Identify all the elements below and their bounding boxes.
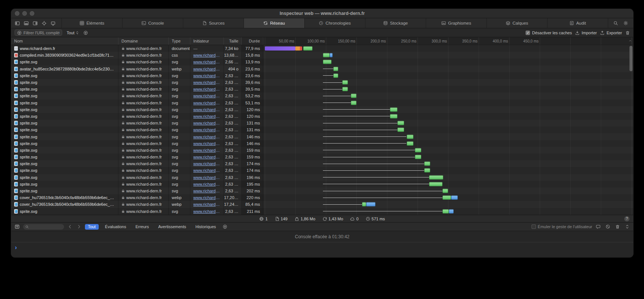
initiator-link[interactable]: www.richard-d…: [193, 135, 221, 139]
export-button[interactable]: Exporter: [600, 31, 622, 35]
trash-console-button[interactable]: [615, 224, 620, 229]
zoom-button[interactable]: [30, 11, 34, 16]
table-row[interactable]: sprite.svgwww.richard-dern.frsvgwww.rich…: [11, 154, 633, 160]
tab-audit[interactable]: Audit: [547, 18, 608, 28]
disable-caches-checkbox[interactable]: Désactiver les caches: [526, 31, 572, 35]
initiator-link[interactable]: www.richard-d…: [193, 87, 221, 91]
console-panel-button[interactable]: [596, 224, 600, 229]
pane-bottom-icon[interactable]: [24, 21, 29, 26]
tab-graphismes[interactable]: Graphismes: [426, 18, 486, 28]
initiator-link[interactable]: www.richard-d…: [193, 209, 221, 214]
table-row[interactable]: www.richard-dern.frwww.richard-dern.frdo…: [11, 45, 633, 52]
initiator-link[interactable]: www.richard-d…: [193, 141, 221, 146]
tab-stockage[interactable]: Stockage: [365, 18, 426, 28]
table-row[interactable]: sprite.svgwww.richard-dern.frsvgwww.rich…: [11, 167, 633, 174]
pane-left-icon[interactable]: [15, 21, 20, 26]
table-row[interactable]: sprite.svgwww.richard-dern.frsvgwww.rich…: [11, 106, 633, 113]
initiator-link[interactable]: www.richard-d…: [193, 148, 221, 152]
initiator-link[interactable]: www.richard-d…: [193, 53, 221, 57]
column-header-domaine[interactable]: Domaine: [118, 37, 169, 45]
search-button[interactable]: [613, 21, 618, 25]
table-row[interactable]: avatar_hu85ecc3e298728880b0bde2dcc4e5c23…: [11, 66, 633, 72]
initiator-link[interactable]: www.richard-d…: [193, 175, 221, 180]
column-header-duree[interactable]: Durée: [242, 37, 263, 45]
emulate-gesture-checkbox[interactable]: Émuler le geste de l'utilisateur: [532, 224, 592, 229]
table-row[interactable]: sprite.svgwww.richard-dern.frsvgwww.rich…: [11, 120, 633, 126]
resource-type-popup[interactable]: Tout: [66, 31, 80, 35]
console-prompt-row[interactable]: ›: [11, 242, 633, 257]
initiator-link[interactable]: www.richard-d…: [193, 80, 221, 85]
initiator-link[interactable]: www.richard-d…: [193, 60, 221, 64]
table-row[interactable]: sprite.svgwww.richard-dern.frsvgwww.rich…: [11, 140, 633, 147]
filter-options-button[interactable]: [83, 31, 88, 35]
initiator-link[interactable]: www.richard-d…: [193, 189, 221, 193]
initiator-link[interactable]: www.richard-d…: [193, 101, 221, 105]
help-button[interactable]: ?: [624, 216, 629, 221]
console-filter-icon[interactable]: [15, 224, 19, 229]
initiator-link[interactable]: www.richard-d…: [193, 202, 221, 207]
table-row[interactable]: cover_hu736519dc3b5040cfa48b6b559b6de6ec…: [11, 194, 633, 201]
table-row[interactable]: sprite.svgwww.richard-dern.frsvgwww.rich…: [11, 100, 633, 106]
initiator-link[interactable]: www.richard-d…: [193, 67, 221, 71]
initiator-link[interactable]: www.richard-d…: [193, 195, 221, 200]
pane-right-icon[interactable]: [33, 21, 38, 26]
url-filter-input[interactable]: [23, 31, 60, 35]
expand-console-button[interactable]: [625, 224, 629, 229]
table-row[interactable]: compiled.min.38390909f303624ed9e1cf1bd3f…: [11, 52, 633, 59]
console-search-field[interactable]: [23, 224, 64, 230]
tab-sources[interactable]: Sources: [183, 18, 244, 28]
column-header-initiateur[interactable]: Initiateur: [190, 37, 224, 45]
url-filter-field[interactable]: [15, 29, 62, 36]
tab-console[interactable]: Console: [122, 18, 183, 28]
column-header-taille[interactable]: Taille: [224, 37, 242, 45]
clear-network-button[interactable]: [625, 31, 630, 35]
target-icon[interactable]: [42, 21, 47, 26]
table-row[interactable]: sprite.svgwww.richard-dern.frsvgwww.rich…: [11, 208, 633, 215]
console-tab-evaluations[interactable]: Évaluations: [102, 224, 129, 230]
table-row[interactable]: sprite.svgwww.richard-dern.frsvgwww.rich…: [11, 59, 633, 65]
table-row[interactable]: sprite.svgwww.richard-dern.frsvgwww.rich…: [11, 160, 633, 167]
table-row[interactable]: sprite.svgwww.richard-dern.frsvgwww.rich…: [11, 79, 633, 86]
table-row[interactable]: cover_hu736519dc3b5040cfa48b6b559b6de6ec…: [11, 201, 633, 208]
table-row[interactable]: sprite.svgwww.richard-dern.frsvgwww.rich…: [11, 92, 633, 99]
tab-reseau[interactable]: Réseau: [244, 18, 304, 28]
initiator-link[interactable]: www.richard-d…: [193, 161, 221, 166]
table-row[interactable]: sprite.svgwww.richard-dern.frsvgwww.rich…: [11, 174, 633, 181]
initiator-link[interactable]: www.richard-d…: [193, 121, 221, 125]
console-search-input[interactable]: [30, 225, 62, 229]
table-row[interactable]: sprite.svgwww.richard-dern.frsvgwww.rich…: [11, 133, 633, 140]
table-row[interactable]: sprite.svgwww.richard-dern.frsvgwww.rich…: [11, 147, 633, 154]
console-options-button[interactable]: [223, 224, 227, 229]
settings-button[interactable]: [624, 21, 628, 25]
table-row[interactable]: sprite.svgwww.richard-dern.frsvgwww.rich…: [11, 72, 633, 79]
initiator-link[interactable]: www.richard-d…: [193, 107, 221, 112]
import-button[interactable]: Importer: [575, 31, 597, 35]
initiator-link[interactable]: www.richard-d…: [193, 94, 221, 98]
console-tab-tout[interactable]: Tout: [85, 224, 99, 230]
tab-chronologies[interactable]: Chronologies: [304, 18, 365, 28]
table-row[interactable]: sprite.svgwww.richard-dern.frsvgwww.rich…: [11, 86, 633, 92]
close-button[interactable]: [15, 11, 19, 16]
initiator-link[interactable]: www.richard-d…: [193, 73, 221, 78]
tab-elements[interactable]: Éléments: [61, 18, 122, 28]
console-forward-button[interactable]: [77, 224, 81, 229]
table-row[interactable]: sprite.svgwww.richard-dern.frsvgwww.rich…: [11, 188, 633, 194]
console-back-button[interactable]: [68, 224, 72, 229]
tab-calques[interactable]: Calques: [486, 18, 547, 28]
initiator-link[interactable]: www.richard-d…: [193, 128, 221, 132]
column-header-type[interactable]: Type: [169, 37, 190, 45]
minimize-button[interactable]: [22, 11, 27, 16]
initiator-link[interactable]: www.richard-d…: [193, 182, 221, 186]
console-tab-historiques[interactable]: Historiques: [193, 224, 219, 230]
table-row[interactable]: sprite.svgwww.richard-dern.frsvgwww.rich…: [11, 113, 633, 120]
chevron-up-icon[interactable]: [628, 39, 632, 43]
clear-console-button[interactable]: [606, 224, 610, 229]
initiator-link[interactable]: www.richard-d…: [193, 168, 221, 173]
column-header-nom[interactable]: Nom: [11, 37, 118, 45]
table-row[interactable]: sprite.svgwww.richard-dern.frsvgwww.rich…: [11, 126, 633, 133]
table-row[interactable]: sprite.svgwww.richard-dern.frsvgwww.rich…: [11, 181, 633, 188]
initiator-link[interactable]: www.richard-d…: [193, 114, 221, 119]
console-tab-avertissements[interactable]: Avertissements: [155, 224, 189, 230]
initiator-link[interactable]: www.richard-d…: [193, 155, 221, 159]
device-icon[interactable]: [51, 21, 55, 26]
